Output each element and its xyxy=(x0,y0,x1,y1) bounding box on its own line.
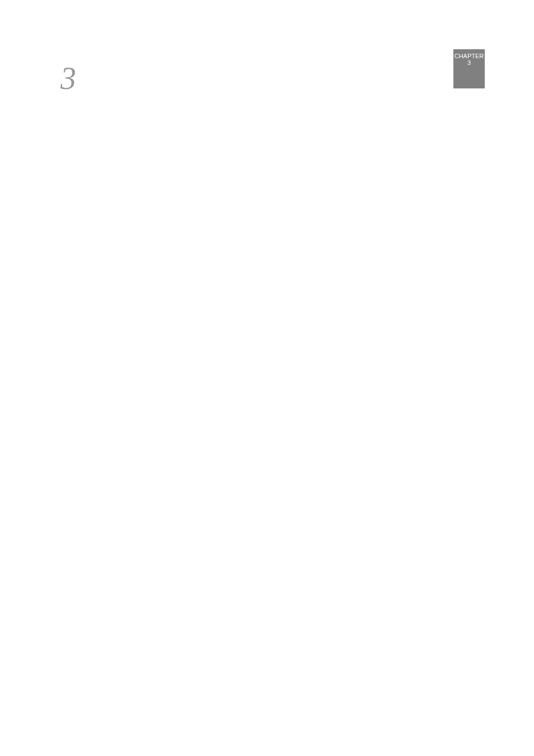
chapter-tab: CHAPTER 3 xyxy=(453,49,485,88)
chapter-number: 3 xyxy=(60,60,76,96)
